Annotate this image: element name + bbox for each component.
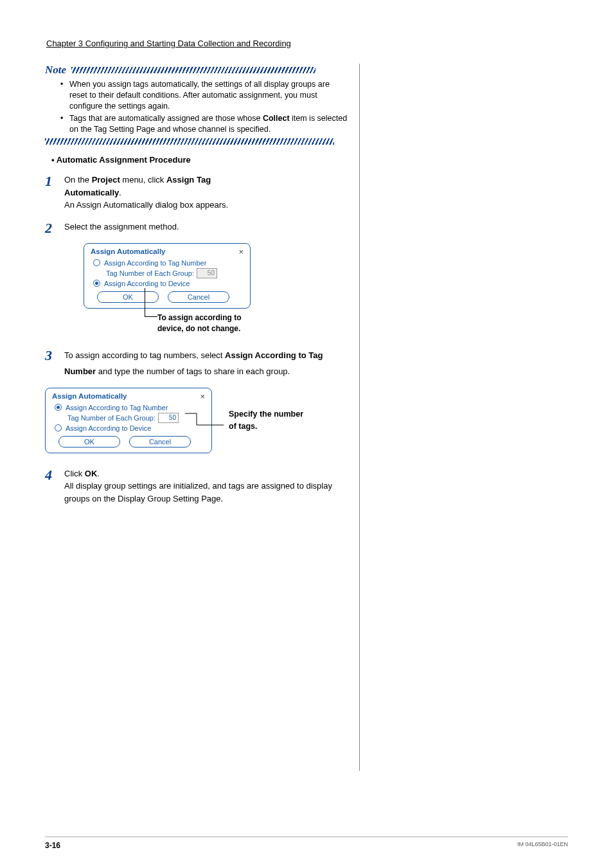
callout-line-icon — [185, 408, 224, 440]
radio-icon — [93, 280, 100, 287]
radio-label: Assign According to Device — [104, 280, 190, 287]
dialog-title: Assign Automatically — [91, 248, 166, 255]
callout-line-icon — [145, 288, 145, 316]
step-4: 4 Click OK. All display group settings a… — [45, 467, 350, 505]
radio-assign-device[interactable]: Assign According to Device — [55, 424, 206, 432]
step-text: Select the assignment method. — [64, 221, 350, 233]
step-bold: Automatically — [64, 188, 119, 197]
note-label: Note — [45, 64, 66, 76]
page-number: 3-16 — [45, 841, 60, 850]
note-stripe-icon — [71, 67, 315, 73]
note-list: When you assign tags automatically, the … — [45, 79, 350, 134]
step-number: 4 — [45, 467, 64, 482]
tag-number-input[interactable]: 50 — [158, 413, 179, 423]
step-text: All display group settings are initializ… — [64, 480, 350, 505]
step-bold: Assign Tag — [166, 175, 211, 185]
step-text: An Assign Automatically dialog box appea… — [64, 199, 350, 212]
note-stripe-icon — [45, 138, 334, 145]
tag-number-row: Tag Number of Each Group: 50 — [106, 268, 245, 278]
step-text: To assign according to tag numbers, sele… — [64, 350, 225, 360]
radio-label: Assign According to Tag Number — [104, 259, 206, 267]
step-number: 3 — [45, 348, 64, 363]
radio-label: Assign According to Tag Number — [66, 404, 168, 411]
ok-button[interactable]: OK — [58, 436, 120, 448]
close-icon[interactable]: × — [200, 392, 205, 401]
dialog-screenshot-2: Assign Automatically × Assign According … — [45, 388, 350, 453]
radio-assign-tag-number[interactable]: Assign According to Tag Number — [55, 404, 206, 411]
step-1: 1 On the Project menu, click Assign Tag … — [45, 174, 350, 212]
step-text: . — [97, 469, 100, 478]
radio-icon — [55, 424, 62, 431]
tag-number-label: Tag Number of Each Group: — [67, 414, 155, 422]
radio-assign-device[interactable]: Assign According to Device — [93, 280, 245, 287]
note-text: Tags that are automatically assigned are… — [69, 114, 263, 123]
note-item: When you assign tags automatically, the … — [69, 79, 350, 112]
step-bold: Project — [92, 175, 120, 185]
doc-id: IM 04L65B01-01EN — [517, 841, 568, 850]
step-text: and type the number of tags to share in … — [96, 366, 290, 376]
note-bold: Collect — [263, 114, 290, 123]
step-text: On the — [64, 175, 92, 185]
note-block: Note When you assign tags automatically,… — [45, 64, 350, 145]
ok-button[interactable]: OK — [97, 291, 159, 303]
step-number: 2 — [45, 221, 64, 235]
step-3: 3 To assign according to tag numbers, se… — [45, 348, 350, 379]
tag-number-label: Tag Number of Each Group: — [106, 269, 194, 277]
step-number: 1 — [45, 174, 64, 188]
callout-specify-number: Specify the number of tags. — [229, 408, 303, 433]
note-text: When you assign tags automatically, the … — [69, 80, 330, 111]
chapter-header: Chapter 3 Configuring and Starting Data … — [46, 39, 568, 52]
callout-line-icon — [145, 316, 157, 317]
dialog-title: Assign Automatically — [52, 392, 127, 400]
step-bold: OK — [85, 469, 98, 478]
page-footer: 3-16 IM 04L65B01-01EN — [45, 836, 568, 850]
radio-icon — [93, 259, 100, 266]
cancel-button[interactable]: Cancel — [168, 291, 229, 303]
radio-label: Assign According to Device — [66, 424, 151, 432]
radio-assign-tag-number[interactable]: Assign According to Tag Number — [93, 259, 245, 267]
callout-caption: To assign according to device, do not ch… — [157, 312, 350, 334]
step-text: . — [119, 188, 121, 197]
close-icon[interactable]: × — [238, 247, 244, 257]
step-text: menu, click — [120, 175, 166, 185]
dialog-screenshot-1: Assign Automatically × Assign According … — [84, 243, 350, 334]
note-item: Tags that are automatically assigned are… — [69, 113, 350, 135]
cancel-button[interactable]: Cancel — [129, 436, 191, 448]
assign-auto-dialog: Assign Automatically × Assign According … — [84, 243, 251, 309]
step-text: Click — [64, 469, 85, 478]
subhead-auto-assign: • Automatic Assignment Procedure — [51, 155, 350, 165]
tag-number-input[interactable]: 50 — [197, 268, 217, 278]
step-2: 2 Select the assignment method. — [45, 221, 350, 235]
radio-icon — [55, 404, 62, 411]
